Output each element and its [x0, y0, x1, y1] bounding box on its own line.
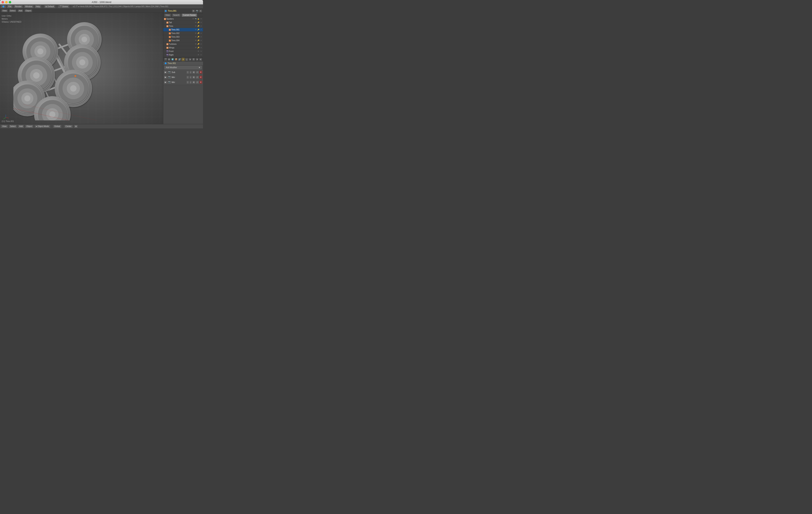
mod-delete-btn[interactable]: ✕	[199, 71, 202, 74]
render-btn-turbines[interactable]: ✕	[200, 43, 202, 46]
mod-copy-btn[interactable]: ⊕	[192, 71, 195, 74]
prop-tab-modifier[interactable]: ⚙	[182, 58, 185, 61]
mod-up-btn-m1[interactable]: ↑	[186, 76, 189, 79]
mod-toggle-btn-m1[interactable]: ▶	[164, 76, 167, 79]
outliner-item-tires[interactable]: ▶ Tires 👁 🔑 ✕	[163, 24, 203, 28]
add-modifier-btn[interactable]: Add Modifier ▼	[165, 66, 202, 70]
viewport[interactable]: View Select Add Object User Ortho Meters…	[0, 9, 163, 124]
mod-down-btn-m1[interactable]: ↓	[190, 76, 192, 79]
mod-cam-btn-m1[interactable]: 📷	[168, 76, 171, 79]
mod-down-btn[interactable]: ↓	[190, 71, 192, 74]
mod-down-btn-m2[interactable]: ↓	[190, 81, 192, 84]
render-btn-t004[interactable]: ✕	[200, 39, 202, 42]
key-btn-t004[interactable]: 🔑	[197, 39, 200, 42]
eye-visibility-btn[interactable]: 👁	[192, 9, 195, 12]
eye-btn-t001[interactable]: 👁	[195, 29, 197, 31]
snap-btn[interactable]: ⊞	[74, 125, 78, 128]
prop-tab-material[interactable]: ●	[188, 58, 192, 61]
tab-current-scene[interactable]: Current Scene	[181, 13, 197, 17]
view-menu-btn[interactable]: View	[1, 9, 8, 12]
bottom-mode-selector[interactable]: ● Object Mode	[34, 125, 50, 128]
outliner-item-tires-002[interactable]: ▷ Tires.002 👁 🔑 ✕	[163, 32, 203, 35]
prop-tab-scene[interactable]: ⚙	[168, 58, 171, 61]
cam-btn[interactable]: 📷	[195, 18, 197, 20]
outliner-item-wings[interactable]: ▶ Wings 👁 🔑 ✕	[163, 46, 203, 50]
mod-cam-btn-m2[interactable]: 📷	[168, 81, 171, 84]
key-btn-turbines[interactable]: 🔑	[197, 43, 200, 46]
render-btn-t003[interactable]: ✕	[200, 36, 202, 38]
viewport-canvas[interactable]: User Ortho Meters SStatus: UNDEFINED	[0, 13, 163, 124]
add-menu-btn[interactable]: Add	[18, 9, 23, 12]
eye-btn-front[interactable]: 👁	[197, 50, 200, 53]
select-menu-btn[interactable]: Select	[9, 9, 17, 12]
render-btn-t002[interactable]: ✕	[200, 32, 202, 35]
render-btn-right[interactable]: ✕	[200, 54, 202, 56]
mod-apply-btn-m1[interactable]: ✓	[196, 76, 199, 79]
eye-btn[interactable]: 👁	[192, 18, 195, 20]
outliner-item-turbines[interactable]: ▶ Turbines 👁 🔑 ✕	[163, 43, 203, 46]
key-btn-tires[interactable]: 🔑	[197, 25, 200, 27]
outliner-item-tires-003[interactable]: ▷ Tires.003 👁 🔑 ✕	[163, 35, 203, 39]
mod-apply-btn-m2[interactable]: ✓	[196, 81, 199, 84]
prop-tab-physics[interactable]: ≋	[199, 58, 202, 61]
bottom-add-btn[interactable]: Add	[18, 125, 24, 128]
key-btn-tail[interactable]: 🔑	[197, 21, 200, 24]
outliner-item-spoilers[interactable]: ▶ Spoilers 👁 📷 🔒 ✕	[163, 17, 203, 21]
eye-btn-tail[interactable]: 👁	[195, 21, 197, 24]
prop-tab-texture[interactable]: ☰	[192, 58, 195, 61]
key-btn-t003[interactable]: 🔑	[197, 36, 200, 38]
bottom-select-btn[interactable]: Select	[9, 125, 17, 128]
mod-copy-btn-m1[interactable]: ⊕	[192, 76, 195, 79]
prop-tab-constraint[interactable]: 🔗	[178, 58, 181, 61]
minimize-button[interactable]	[5, 1, 8, 3]
close-right-btn[interactable]: ✕	[199, 9, 202, 12]
pivot-selector[interactable]: Center	[64, 125, 73, 128]
prop-tab-particles[interactable]: ✦	[196, 58, 199, 61]
maximize-button[interactable]	[9, 1, 11, 3]
outliner-item-front[interactable]: 📷 Front 👁 ✕	[163, 50, 203, 53]
close-button[interactable]	[2, 1, 4, 3]
tab-view[interactable]: View	[164, 13, 171, 17]
eye-btn-right[interactable]: 👁	[197, 54, 200, 56]
eye-btn-t002[interactable]: 👁	[195, 32, 197, 35]
file-menu[interactable]: File	[7, 5, 13, 8]
mod-apply-btn[interactable]: ✓	[196, 71, 199, 74]
help-menu[interactable]: Help	[35, 5, 41, 8]
render-btn-tail[interactable]: ✕	[200, 21, 202, 24]
outliner-list[interactable]: ▶ Spoilers 👁 📷 🔒 ✕ ▶ Tail 👁 🔑 ✕	[163, 17, 203, 57]
render-btn[interactable]: 📷	[195, 9, 199, 12]
eye-btn-turbines[interactable]: 👁	[195, 43, 197, 46]
mod-up-btn[interactable]: ↑	[186, 71, 189, 74]
render-btn-tires[interactable]: ✕	[200, 25, 202, 27]
mod-render-btn[interactable]: 📷	[168, 71, 171, 74]
eye-btn-t003[interactable]: 👁	[195, 36, 197, 38]
prop-tab-world[interactable]: 🌍	[171, 58, 174, 61]
mod-toggle-btn-m2[interactable]: ▶	[164, 81, 167, 84]
render-btn-t001[interactable]: ✕	[200, 29, 202, 31]
bottom-view-btn[interactable]: View	[1, 125, 8, 128]
render-btn-front[interactable]: ✕	[200, 50, 202, 53]
bottom-object-btn[interactable]: Object	[25, 125, 34, 128]
eye-btn-tires[interactable]: 👁	[195, 25, 197, 27]
eye-btn-wings[interactable]: 👁	[195, 47, 197, 49]
mod-toggle-btn[interactable]: ▶	[164, 71, 167, 74]
mod-up-btn-m2[interactable]: ↑	[186, 81, 189, 84]
lock-btn[interactable]: 🔒	[197, 18, 200, 20]
global-selector[interactable]: Global	[53, 125, 61, 128]
prop-tab-object[interactable]: 📦	[175, 58, 178, 61]
outliner-item-right[interactable]: 📷 Right 👁 ✕	[163, 53, 203, 57]
outliner-item-tires-001[interactable]: ▷ Tires.001 👁 🔑 ✕	[163, 28, 203, 32]
mod-copy-btn-m2[interactable]: ⊕	[192, 81, 195, 84]
mod-delete-btn-m1[interactable]: ✕	[199, 76, 202, 79]
window-menu[interactable]: Window	[24, 5, 34, 8]
render-btn-wings[interactable]: ✕	[200, 47, 202, 49]
add-modifier-row[interactable]: Add Modifier ▼	[163, 65, 203, 70]
prop-tab-render[interactable]: 🎬	[164, 58, 167, 61]
key-btn-t002[interactable]: 🔑	[197, 32, 200, 35]
outliner-item-tail[interactable]: ▶ Tail 👁 🔑 ✕	[163, 21, 203, 24]
key-btn-t001[interactable]: 🔑	[197, 29, 200, 31]
render-btn-item[interactable]: ✕	[200, 18, 202, 20]
scene-selector[interactable]: 🎬 Scene	[58, 5, 69, 8]
layout-selector[interactable]: ⊞ Default	[44, 5, 55, 8]
object-menu-btn[interactable]: Object	[24, 9, 32, 12]
